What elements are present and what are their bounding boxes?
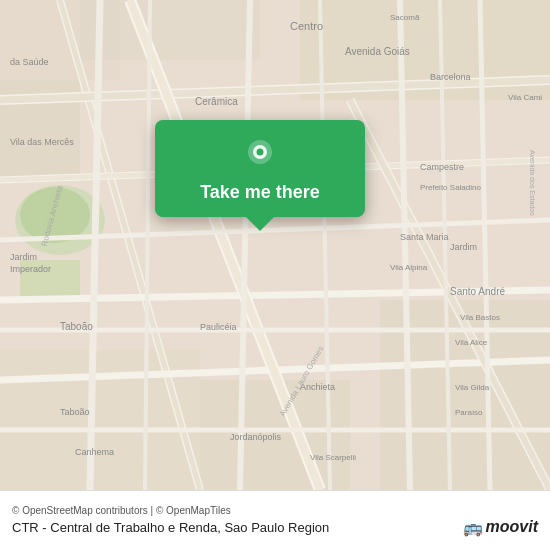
moovit-text: moovit — [486, 518, 538, 536]
svg-text:Vila Alpina: Vila Alpina — [390, 263, 428, 272]
svg-text:Cerâmica: Cerâmica — [195, 96, 238, 107]
moovit-logo: 🚌 moovit — [463, 518, 538, 537]
svg-text:Sacomã: Sacomã — [390, 13, 420, 22]
svg-text:Taboão: Taboão — [60, 407, 90, 417]
svg-text:Canhema: Canhema — [75, 447, 114, 457]
svg-text:Imperador: Imperador — [10, 264, 51, 274]
bottom-bar: © OpenStreetMap contributors | © OpenMap… — [0, 490, 550, 550]
svg-text:Vila Cami: Vila Cami — [508, 93, 542, 102]
location-pin-icon — [242, 138, 278, 174]
attribution-text: © OpenStreetMap contributors | © OpenMap… — [12, 505, 538, 516]
svg-text:Vila Alice: Vila Alice — [455, 338, 488, 347]
svg-text:da Saúde: da Saúde — [10, 57, 49, 67]
svg-text:Campestre: Campestre — [420, 162, 464, 172]
svg-rect-3 — [80, 0, 260, 60]
popup-label: Take me there — [200, 182, 320, 203]
map-container: Centro da Saúde Vila das Mercês Jardim I… — [0, 0, 550, 490]
svg-text:Vila Bastos: Vila Bastos — [460, 313, 500, 322]
location-label: CTR - Central de Trabalho e Renda, Sao P… — [12, 520, 329, 535]
svg-text:Jordanópolis: Jordanópolis — [230, 432, 282, 442]
svg-text:Jardim: Jardim — [450, 242, 477, 252]
svg-text:Taboão: Taboão — [60, 321, 93, 332]
svg-point-65 — [257, 149, 264, 156]
svg-text:Vila Gilda: Vila Gilda — [455, 383, 490, 392]
svg-text:Santa Maria: Santa Maria — [400, 232, 449, 242]
svg-text:Jardim: Jardim — [10, 252, 37, 262]
svg-text:Vila das Mercês: Vila das Mercês — [10, 137, 74, 147]
location-row: CTR - Central de Trabalho e Renda, Sao P… — [12, 518, 538, 537]
svg-text:Prefeito Saladino: Prefeito Saladino — [420, 183, 481, 192]
svg-text:Avenida dos Estados: Avenida dos Estados — [529, 150, 536, 216]
svg-text:Centro: Centro — [290, 20, 323, 32]
svg-text:Avenida Goiás: Avenida Goiás — [345, 46, 410, 57]
svg-text:Paulicéia: Paulicéia — [200, 322, 237, 332]
svg-text:Paraíso: Paraíso — [455, 408, 483, 417]
svg-text:Barcelona: Barcelona — [430, 72, 471, 82]
svg-text:Santo André: Santo André — [450, 286, 505, 297]
bus-icon: 🚌 — [463, 518, 483, 537]
popup-card[interactable]: Take me there — [155, 120, 365, 217]
svg-text:Vila Scarpelli: Vila Scarpelli — [310, 453, 356, 462]
